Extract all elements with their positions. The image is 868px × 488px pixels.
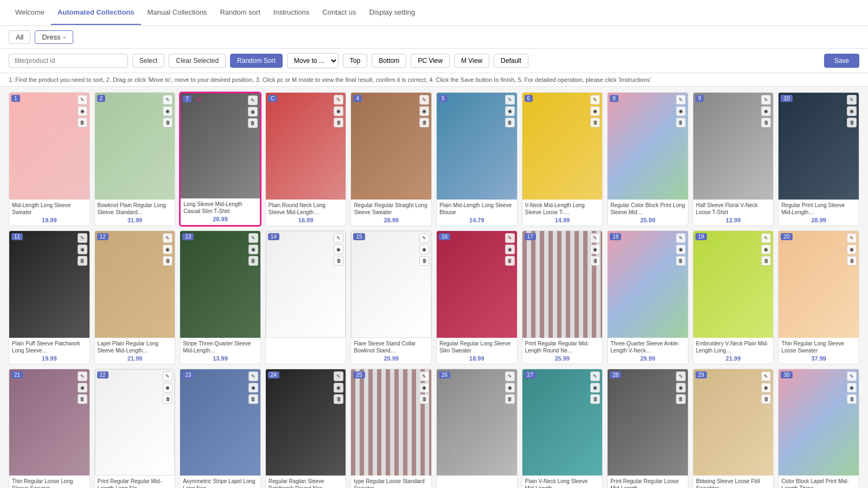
delete-icon[interactable]: 🗑: [761, 256, 771, 266]
product-card[interactable]: 16✎◉🗑Regular Regular Long Sleeve Slim Sw…: [436, 230, 518, 364]
view-icon[interactable]: ◉: [334, 383, 343, 393]
view-icon[interactable]: ◉: [248, 245, 258, 254]
product-card[interactable]: 1✎◉🗑Mid-Length Long Sleeve Sweater19.99: [9, 92, 90, 226]
product-card[interactable]: 19✎◉🗑Embroidery V-Neck Plain Mid-Length …: [693, 230, 774, 364]
product-card[interactable]: C✎◉🗑Plain Round Neck Long Sleeve Mid-Len…: [265, 92, 347, 226]
delete-icon[interactable]: 🗑: [676, 118, 686, 127]
delete-icon[interactable]: 🗑: [761, 394, 771, 404]
edit-icon[interactable]: ✎: [78, 233, 87, 243]
delete-icon[interactable]: 🗑: [163, 394, 173, 404]
product-card[interactable]: 2✎◉🗑Bowknot Plain Regular Long Sleeve St…: [94, 92, 176, 226]
edit-icon[interactable]: ✎: [590, 233, 600, 243]
view-icon[interactable]: ◉: [419, 106, 429, 116]
view-icon[interactable]: ◉: [676, 383, 686, 393]
edit-icon[interactable]: ✎: [847, 371, 857, 381]
edit-icon[interactable]: ✎: [163, 233, 173, 243]
edit-icon[interactable]: ✎: [505, 233, 515, 243]
view-icon[interactable]: ◉: [761, 245, 771, 254]
edit-icon[interactable]: ✎: [847, 95, 857, 105]
delete-icon[interactable]: 🗑: [676, 256, 686, 266]
edit-icon[interactable]: ✎: [847, 233, 857, 243]
view-icon[interactable]: ◉: [163, 245, 173, 254]
edit-icon[interactable]: ✎: [419, 371, 429, 381]
view-icon[interactable]: ◉: [248, 383, 258, 393]
tab-close-icon[interactable]: ×: [62, 34, 66, 41]
view-icon[interactable]: ◉: [163, 383, 173, 393]
edit-icon[interactable]: ✎: [761, 95, 771, 105]
edit-icon[interactable]: ✎: [334, 371, 343, 381]
nav-item-instructions[interactable]: Instructions: [267, 1, 316, 25]
edit-icon[interactable]: ✎: [78, 95, 87, 105]
product-card[interactable]: 14✎◉🗑: [265, 230, 347, 364]
random-sort-button[interactable]: Random Sort: [230, 54, 283, 68]
view-icon[interactable]: ◉: [334, 245, 343, 254]
edit-icon[interactable]: ✎: [334, 95, 343, 105]
nav-item-manual-collections[interactable]: Manual Collections: [141, 1, 214, 25]
view-icon[interactable]: ◉: [505, 383, 515, 393]
default-button[interactable]: Default: [494, 54, 528, 68]
delete-icon[interactable]: 🗑: [163, 256, 173, 266]
edit-icon[interactable]: ✎: [676, 371, 686, 381]
product-card[interactable]: 21✎◉🗑Thin Regular Loose Long Sleeve Swea…: [9, 369, 90, 488]
edit-icon[interactable]: ✎: [334, 233, 343, 243]
delete-icon[interactable]: 🗑: [248, 394, 258, 404]
nav-item-random-sort[interactable]: Random sort: [213, 1, 266, 25]
view-icon[interactable]: ◉: [78, 106, 87, 116]
m-view-button[interactable]: M View: [454, 54, 489, 68]
view-icon[interactable]: ◉: [676, 245, 686, 254]
product-card[interactable]: 8✎◉🗑Regular Color Block Print Long Sleev…: [607, 92, 688, 226]
save-button[interactable]: Save: [824, 54, 859, 68]
tab-all[interactable]: All: [9, 30, 30, 44]
delete-icon[interactable]: 🗑: [847, 256, 857, 266]
edit-icon[interactable]: ✎: [163, 371, 173, 381]
view-icon[interactable]: ◉: [419, 383, 429, 393]
delete-icon[interactable]: 🗑: [590, 394, 600, 404]
edit-icon[interactable]: ✎: [505, 371, 515, 381]
edit-icon[interactable]: ✎: [419, 95, 429, 105]
view-icon[interactable]: ◉: [78, 245, 87, 254]
nav-item-display-setting[interactable]: Display setting: [362, 1, 422, 25]
edit-icon[interactable]: ✎: [761, 371, 771, 381]
edit-icon[interactable]: ✎: [163, 95, 173, 105]
delete-icon[interactable]: 🗑: [78, 394, 87, 404]
view-icon[interactable]: ◉: [590, 106, 600, 116]
view-icon[interactable]: ◉: [847, 245, 857, 254]
delete-icon[interactable]: 🗑: [78, 118, 87, 127]
delete-icon[interactable]: 🗑: [78, 256, 87, 266]
delete-icon[interactable]: 🗑: [419, 394, 429, 404]
delete-icon[interactable]: 🗑: [847, 394, 857, 404]
edit-icon[interactable]: ✎: [505, 95, 515, 105]
pc-view-button[interactable]: PC View: [411, 54, 450, 68]
delete-icon[interactable]: 🗑: [334, 118, 343, 127]
product-card[interactable]: 22✎◉🗑Print Regular Regular Mid-Length Lo…: [94, 369, 176, 488]
delete-icon[interactable]: 🗑: [163, 118, 173, 127]
clear-selected-button[interactable]: Clear Selected: [169, 54, 226, 68]
view-icon[interactable]: ◉: [163, 106, 173, 116]
product-card[interactable]: 6✎◉🗑V-Neck Mid-Length Long Sleeve Loose …: [522, 92, 603, 226]
product-card[interactable]: 15✎◉🗑Flare Sleeve Stand Collar Bowknot S…: [350, 230, 432, 364]
view-icon[interactable]: ◉: [590, 383, 600, 393]
nav-item-welcome[interactable]: Welcome: [9, 1, 51, 25]
tab-dress[interactable]: Dress×: [35, 30, 73, 44]
delete-icon[interactable]: 🗑: [676, 394, 686, 404]
edit-icon[interactable]: ✎: [761, 233, 771, 243]
delete-icon[interactable]: 🗑: [590, 118, 600, 127]
delete-icon[interactable]: 🗑: [590, 256, 600, 266]
view-icon[interactable]: ◉: [248, 107, 258, 117]
edit-icon[interactable]: ✎: [78, 371, 87, 381]
delete-icon[interactable]: 🗑: [248, 256, 258, 266]
nav-item-contact-us[interactable]: Contact us: [316, 1, 362, 25]
product-card[interactable]: 7✓✎◉🗑Long Sleeve Mid-Length Casual Slim …: [180, 92, 261, 226]
product-card[interactable]: 27✎◉🗑Plain V-Neck Long Sleeve Mid-Length…: [522, 369, 603, 488]
delete-icon[interactable]: 🗑: [505, 256, 515, 266]
view-icon[interactable]: ◉: [505, 106, 515, 116]
product-card[interactable]: 29✎◉🗑Bbtwing Sleeve Loose Fbll Sweabter1…: [693, 369, 774, 488]
edit-icon[interactable]: ✎: [590, 371, 600, 381]
edit-icon[interactable]: ✎: [676, 233, 686, 243]
edit-icon[interactable]: ✎: [248, 95, 258, 105]
bottom-button[interactable]: Bottom: [372, 54, 406, 68]
search-input[interactable]: [9, 54, 128, 68]
product-card[interactable]: 24✎◉🗑Regular Raglan Sleeve Patchwork Rou…: [265, 369, 347, 488]
view-icon[interactable]: ◉: [761, 106, 771, 116]
delete-icon[interactable]: 🗑: [334, 256, 343, 266]
